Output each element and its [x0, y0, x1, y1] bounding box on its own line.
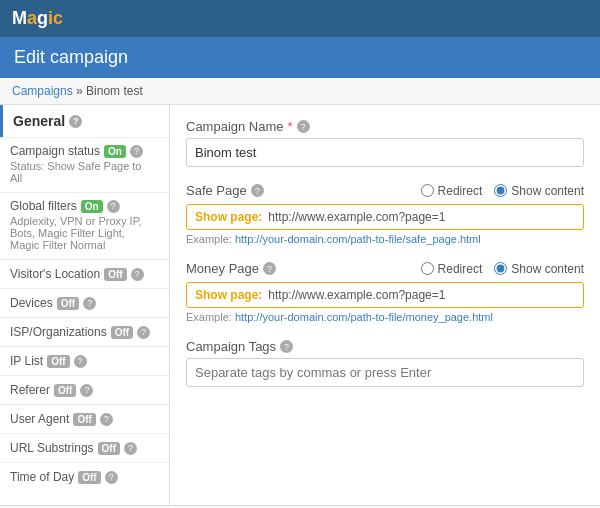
safe-page-info-icon[interactable]: ? — [251, 184, 264, 197]
money-page-redirect-label: Redirect — [438, 262, 483, 276]
sidebar-item-info-5[interactable]: ? — [100, 413, 113, 426]
sidebar-campaign-status[interactable]: Campaign status On ? Status: Show Safe P… — [0, 137, 169, 192]
campaign-status-label: Campaign status — [10, 144, 100, 158]
global-filters-sub: Adplexity, VPN or Proxy IP, Bots, Magic … — [10, 213, 159, 257]
sidebar-item-info-3[interactable]: ? — [74, 355, 87, 368]
sidebar-item-label-0: Visitor's Location — [10, 267, 100, 281]
sidebar-item-info-0[interactable]: ? — [131, 268, 144, 281]
safe-page-example-link[interactable]: http://your-domain.com/path-to-file/safe… — [235, 233, 481, 245]
sidebar-section-general[interactable]: General ? — [0, 105, 169, 137]
safe-page-show-label: Show content — [511, 184, 584, 198]
sidebar-item-label-3: IP List — [10, 354, 43, 368]
campaign-tags-info-icon[interactable]: ? — [280, 340, 293, 353]
money-page-url-value: http://www.example.com?page=1 — [268, 288, 445, 302]
money-page-info-icon[interactable]: ? — [263, 262, 276, 275]
money-page-show-row: Show page: http://www.example.com?page=1 — [186, 282, 584, 308]
safe-page-show-prefix: Show page: — [195, 210, 262, 224]
money-page-label: Money Page — [186, 261, 259, 276]
sidebar-item-label-6: URL Substrings — [10, 441, 94, 455]
sidebar-item-info-1[interactable]: ? — [83, 297, 96, 310]
safe-page-label: Safe Page — [186, 183, 247, 198]
sidebar: General ? Campaign status On ? Status: S… — [0, 105, 170, 505]
money-page-example-link[interactable]: http://your-domain.com/path-to-file/mone… — [235, 311, 493, 323]
campaign-tags-label: Campaign Tags — [186, 339, 276, 354]
global-filters-label: Global filters — [10, 199, 77, 213]
money-page-example: Example: http://your-domain.com/path-to-… — [186, 311, 584, 323]
breadcrumb: Campaigns » Binom test — [0, 78, 600, 105]
safe-page-redirect-option[interactable]: Redirect — [421, 184, 483, 198]
money-page-redirect-radio[interactable] — [421, 262, 434, 275]
sidebar-item-2[interactable]: ISP/OrganizationsOff? — [0, 317, 169, 346]
sidebar-item-badge-5: Off — [73, 413, 95, 426]
safe-page-redirect-label: Redirect — [438, 184, 483, 198]
sidebar-global-filters[interactable]: Global filters On ? Adplexity, VPN or Pr… — [0, 192, 169, 259]
safe-page-radio-group: Redirect Show content — [421, 184, 584, 198]
sidebar-item-info-4[interactable]: ? — [80, 384, 93, 397]
sidebar-item-badge-6: Off — [98, 442, 120, 455]
campaign-name-label: Campaign Name — [186, 119, 284, 134]
sidebar-general-label: General — [13, 113, 65, 129]
sidebar-item-info-2[interactable]: ? — [137, 326, 150, 339]
safe-page-example: Example: http://your-domain.com/path-to-… — [186, 233, 584, 245]
breadcrumb-separator: » — [76, 84, 86, 98]
campaign-name-input[interactable] — [186, 138, 584, 167]
sidebar-item-5[interactable]: User AgentOff? — [0, 404, 169, 433]
main-layout: General ? Campaign status On ? Status: S… — [0, 105, 600, 505]
safe-page-show-radio[interactable] — [494, 184, 507, 197]
campaign-status-badge: On — [104, 145, 126, 158]
sidebar-item-label-7: Time of Day — [10, 470, 74, 484]
general-info-icon[interactable]: ? — [69, 115, 82, 128]
top-bar: Magic — [0, 0, 600, 37]
money-page-show-prefix: Show page: — [195, 288, 262, 302]
safe-page-group: Safe Page ? Redirect Show content Show p… — [186, 183, 584, 245]
money-page-show-radio[interactable] — [494, 262, 507, 275]
safe-page-show-option[interactable]: Show content — [494, 184, 584, 198]
safe-page-url-value: http://www.example.com?page=1 — [268, 210, 445, 224]
sidebar-item-label-4: Referer — [10, 383, 50, 397]
sidebar-item-7[interactable]: Time of DayOff? — [0, 462, 169, 491]
sidebar-items-list: Visitor's LocationOff?DevicesOff?ISP/Org… — [0, 259, 169, 491]
campaign-status-info-icon[interactable]: ? — [130, 145, 143, 158]
sidebar-item-badge-7: Off — [78, 471, 100, 484]
safe-page-redirect-radio[interactable] — [421, 184, 434, 197]
campaign-tags-group: Campaign Tags ? — [186, 339, 584, 387]
sidebar-item-label-2: ISP/Organizations — [10, 325, 107, 339]
sidebar-item-badge-4: Off — [54, 384, 76, 397]
campaign-tags-input[interactable] — [186, 358, 584, 387]
sidebar-item-1[interactable]: DevicesOff? — [0, 288, 169, 317]
sidebar-item-badge-0: Off — [104, 268, 126, 281]
campaign-name-group: Campaign Name * ? — [186, 119, 584, 167]
sidebar-item-label-1: Devices — [10, 296, 53, 310]
logo: Magic — [12, 8, 63, 29]
money-page-redirect-option[interactable]: Redirect — [421, 262, 483, 276]
global-filters-badge: On — [81, 200, 103, 213]
content-area: Campaign Name * ? Safe Page ? Redirect — [170, 105, 600, 505]
sidebar-item-badge-2: Off — [111, 326, 133, 339]
sidebar-item-info-7[interactable]: ? — [105, 471, 118, 484]
money-page-show-label: Show content — [511, 262, 584, 276]
sidebar-item-label-5: User Agent — [10, 412, 69, 426]
money-page-show-option[interactable]: Show content — [494, 262, 584, 276]
page-title: Edit campaign — [14, 47, 586, 68]
sidebar-item-3[interactable]: IP ListOff? — [0, 346, 169, 375]
global-filters-info-icon[interactable]: ? — [107, 200, 120, 213]
campaign-status-sub: Status: Show Safe Page to All — [10, 158, 159, 190]
money-page-group: Money Page ? Redirect Show content Show … — [186, 261, 584, 323]
sidebar-item-0[interactable]: Visitor's LocationOff? — [0, 259, 169, 288]
sidebar-item-6[interactable]: URL SubstringsOff? — [0, 433, 169, 462]
sidebar-item-4[interactable]: RefererOff? — [0, 375, 169, 404]
breadcrumb-link[interactable]: Campaigns — [12, 84, 73, 98]
sidebar-item-info-6[interactable]: ? — [124, 442, 137, 455]
safe-page-show-row: Show page: http://www.example.com?page=1 — [186, 204, 584, 230]
required-star: * — [288, 119, 293, 134]
page-header: Edit campaign — [0, 37, 600, 78]
breadcrumb-current: Binom test — [86, 84, 143, 98]
sidebar-item-badge-3: Off — [47, 355, 69, 368]
sidebar-item-badge-1: Off — [57, 297, 79, 310]
campaign-name-info-icon[interactable]: ? — [297, 120, 310, 133]
money-page-radio-group: Redirect Show content — [421, 262, 584, 276]
